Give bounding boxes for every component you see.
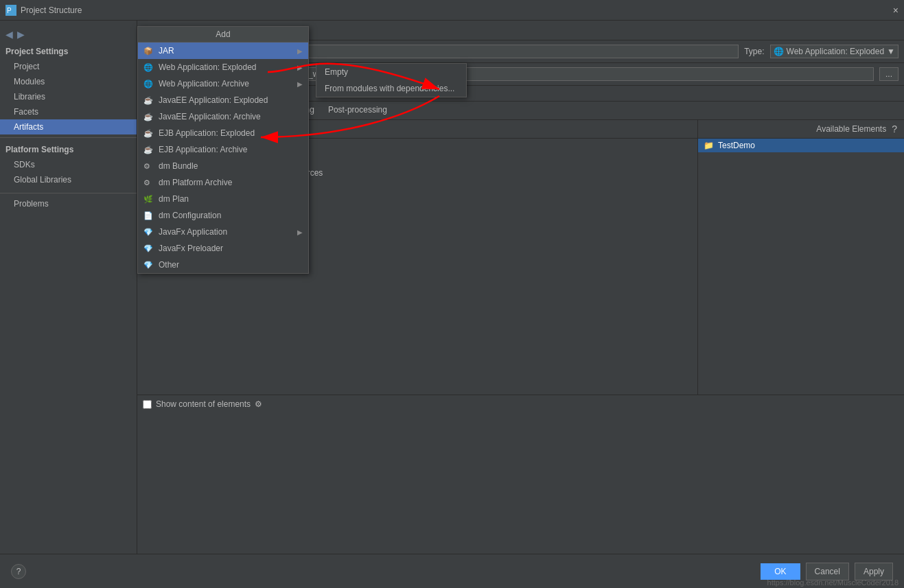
- menu-item-javafx-preloader[interactable]: 💎 JavaFx Preloader: [138, 240, 308, 257]
- type-value: Web Application: Exploded: [787, 47, 885, 56]
- menu-item-jar-label: JAR: [159, 46, 174, 56]
- javafx-preloader-icon: 💎: [143, 244, 153, 253]
- menu-item-javafx-app[interactable]: 💎 JavaFx Application ▶: [138, 224, 308, 240]
- javaee-archive-icon: ☕: [143, 113, 153, 121]
- bottom-left: ?: [11, 564, 26, 579]
- jar-arrow-icon: ▶: [297, 47, 303, 55]
- ok-button[interactable]: OK: [761, 563, 800, 580]
- menu-item-ejb-exploded[interactable]: ☕ EJB Application: Exploded: [138, 125, 308, 141]
- available-elements-help[interactable]: ?: [889, 122, 900, 136]
- menu-item-javaee-exploded-label: JavaEE Application: Exploded: [159, 95, 268, 105]
- submenu-item-empty[interactable]: Empty: [316, 64, 466, 80]
- title-bar-title: Project Structure: [21, 5, 82, 15]
- sidebar-item-facets[interactable]: Facets: [0, 104, 137, 119]
- dm-platform-icon: ⚙: [143, 178, 150, 187]
- dm-bundle-icon: ⚙: [143, 162, 150, 171]
- sidebar-item-global-libraries[interactable]: Global Libraries: [0, 172, 137, 187]
- webapp-archive-icon: 🌐: [143, 80, 153, 89]
- menu-item-dm-config[interactable]: 📄 dm Configuration: [138, 207, 308, 224]
- svg-text:P: P: [7, 7, 12, 14]
- sidebar-item-artifacts[interactable]: Artifacts: [0, 119, 137, 134]
- menu-item-jar[interactable]: 📦 JAR ▶: [138, 43, 308, 59]
- title-bar: P Project Structure ×: [0, 0, 904, 21]
- menu-item-javaee-archive[interactable]: ☕ JavaEE Application: Archive: [138, 108, 308, 125]
- ejb-exploded-icon: ☕: [143, 129, 153, 138]
- close-button[interactable]: ×: [893, 5, 899, 16]
- bottom-bar: ? OK Cancel Apply https://blog.esdn.net/…: [0, 554, 904, 588]
- sidebar: ◀ ▶ Project Settings Project Modules Lib…: [0, 21, 137, 554]
- menu-item-javaee-exploded[interactable]: ☕ JavaEE Application: Exploded: [138, 92, 308, 108]
- output-browse-button[interactable]: ...: [879, 67, 899, 81]
- other-icon: 💎: [143, 261, 153, 270]
- main-layout: ◀ ▶ Project Settings Project Modules Lib…: [0, 21, 904, 554]
- sidebar-divider: [0, 137, 137, 138]
- add-menu-header: Add: [138, 27, 308, 43]
- menu-item-ejb-exploded-label: EJB Application: Exploded: [159, 128, 255, 138]
- menu-item-dm-platform[interactable]: ⚙ dm Platform Archive: [138, 174, 308, 191]
- nav-forward-button[interactable]: ▶: [17, 29, 25, 40]
- menu-item-ejb-archive[interactable]: ☕ EJB Application: Archive: [138, 141, 308, 158]
- menu-item-webapp-archive[interactable]: 🌐 Web Application: Archive ▶: [138, 75, 308, 92]
- type-icon: 🌐: [774, 47, 784, 56]
- menu-item-javaee-archive-label: JavaEE Application: Archive: [159, 112, 261, 121]
- menu-item-dm-bundle-label: dm Bundle: [159, 161, 198, 171]
- menu-item-ejb-archive-label: EJB Application: Archive: [159, 145, 247, 154]
- dm-config-icon: 📄: [143, 211, 153, 220]
- menu-item-javafx-app-label: JavaFx Application: [159, 227, 227, 237]
- right-folder-icon: 📁: [704, 141, 714, 150]
- webapp-exploded-arrow: ▶: [297, 64, 303, 71]
- javafx-app-icon: 💎: [143, 228, 153, 237]
- right-panel: Available Elements ? 📁 TestDemo: [698, 120, 904, 395]
- menu-item-dm-config-label: dm Configuration: [159, 211, 221, 220]
- webapp-exploded-icon: 🌐: [143, 63, 153, 72]
- menu-item-dm-plan[interactable]: 🌿 dm Plan: [138, 191, 308, 207]
- project-settings-header: Project Settings: [0, 43, 137, 59]
- jar-icon: 📦: [143, 47, 153, 56]
- menu-item-webapp-exploded[interactable]: 🌐 Web Application: Exploded ▶: [138, 59, 308, 75]
- sidebar-item-sdks[interactable]: SDKs: [0, 157, 137, 172]
- javaee-exploded-icon: ☕: [143, 96, 153, 105]
- bottom-right: OK Cancel Apply: [761, 563, 893, 580]
- ejb-archive-icon: ☕: [143, 145, 153, 154]
- menu-item-javafx-preloader-label: JavaFx Preloader: [159, 244, 223, 253]
- jar-submenu: Empty From modules with dependencies...: [316, 63, 467, 97]
- submenu-empty-label: Empty: [325, 67, 348, 77]
- sidebar-item-project[interactable]: Project: [0, 59, 137, 74]
- nav-row: ◀ ▶: [0, 26, 137, 43]
- type-select[interactable]: 🌐 Web Application: Exploded ▼: [770, 45, 899, 58]
- webapp-archive-arrow: ▶: [297, 80, 303, 88]
- menu-item-dm-plan-label: dm Plan: [159, 194, 189, 204]
- menu-item-dm-platform-label: dm Platform Archive: [159, 178, 232, 187]
- sidebar-item-libraries[interactable]: Libraries: [0, 89, 137, 104]
- sidebar-item-problems[interactable]: Problems: [0, 196, 137, 211]
- watermark: https://blog.esdn.net/MuscleCoder2018: [767, 578, 899, 587]
- help-button[interactable]: ?: [11, 564, 26, 579]
- menu-item-other[interactable]: 💎 Other: [138, 257, 308, 273]
- available-elements-label: Available Elements: [702, 124, 886, 134]
- right-panel-toolbar: Available Elements ?: [698, 120, 904, 139]
- menu-item-webapp-archive-label: Web Application: Archive: [159, 79, 249, 89]
- show-content-label: Show content of elements: [156, 399, 251, 409]
- show-content-row: Show content of elements ⚙: [137, 395, 904, 413]
- menu-item-webapp-exploded-label: Web Application: Exploded: [159, 62, 257, 72]
- apply-button[interactable]: Apply: [855, 563, 893, 580]
- add-menu: Add 📦 JAR ▶ 🌐 Web Application: Exploded …: [137, 26, 309, 274]
- submenu-from-modules-label: From modules with dependencies...: [325, 84, 454, 93]
- right-tree-label: TestDemo: [718, 141, 755, 150]
- type-label: Type:: [744, 47, 764, 56]
- right-tree-item-testdemo[interactable]: 📁 TestDemo: [698, 139, 904, 152]
- nav-back-button[interactable]: ◀: [5, 29, 13, 40]
- dm-plan-icon: 🌿: [143, 195, 153, 204]
- submenu-item-from-modules[interactable]: From modules with dependencies...: [316, 80, 466, 97]
- sidebar-divider-2: [0, 193, 137, 193]
- sidebar-item-modules[interactable]: Modules: [0, 74, 137, 89]
- type-dropdown-icon: ▼: [887, 47, 895, 56]
- javafx-app-arrow: ▶: [297, 228, 303, 236]
- cancel-button[interactable]: Cancel: [806, 563, 849, 580]
- menu-item-dm-bundle[interactable]: ⚙ dm Bundle: [138, 158, 308, 174]
- show-content-settings-icon[interactable]: ⚙: [255, 399, 262, 409]
- show-content-checkbox[interactable]: [143, 400, 152, 409]
- platform-settings-header: Platform Settings: [0, 141, 137, 157]
- menu-item-other-label: Other: [159, 260, 179, 270]
- tab-post-processing[interactable]: Post-processing: [321, 102, 394, 119]
